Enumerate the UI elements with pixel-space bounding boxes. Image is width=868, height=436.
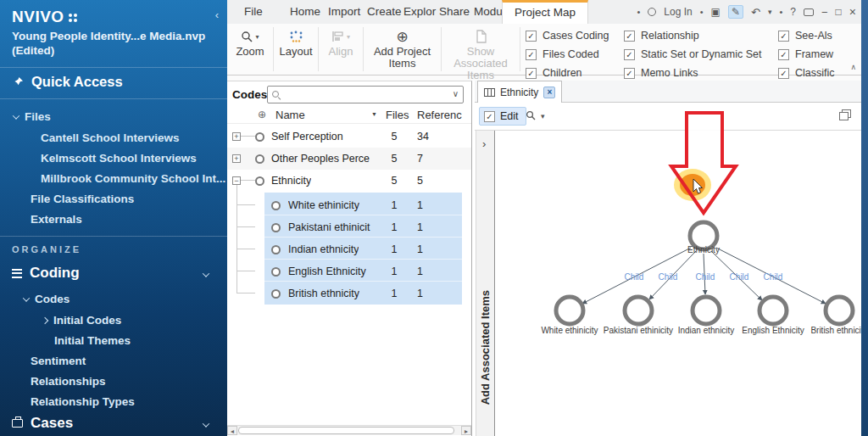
tab-share[interactable]: Share [439,0,470,24]
quick-access-header[interactable]: Quick Access [12,74,123,90]
edit-toggle-button[interactable]: ✓ Edit [479,107,526,126]
expand-icon[interactable]: + [232,132,241,141]
checkbox-icon[interactable]: ✓ [624,31,635,42]
sidebar-collapse-icon[interactable]: ‹ [215,8,219,21]
sidebar-section-cases[interactable]: Cases [12,415,73,432]
add-project-items-button[interactable]: ⊕ Add Project Items [364,27,441,73]
checkbox-children[interactable]: ✓Children [526,67,582,79]
checkbox-icon[interactable]: ✓ [526,68,537,79]
sidebar-section-coding[interactable]: Coding [12,265,80,282]
maximize-button[interactable]: □ [836,6,842,18]
checkbox-files-coded[interactable]: ✓Files Coded [526,48,599,60]
checkbox-relationship[interactable]: ✓Relationship [624,30,699,42]
checkbox-static-dynamic-set[interactable]: ✓Static Set or Dynamic Set [624,48,761,60]
checkbox-icon[interactable]: ✓ [778,49,789,60]
minimize-button[interactable]: − [821,6,828,19]
layout-button[interactable]: Layout [274,27,318,73]
undo-icon[interactable]: ↶ [751,6,760,19]
sidebar-item-initial-themes[interactable]: Initial Themes [54,334,131,347]
window-edge [861,0,868,436]
table-row-selected[interactable]: Indian ethnicity 1 1 [227,238,471,260]
tab-project-map-active[interactable]: Project Map [502,0,588,24]
code-circle-icon [271,223,281,232]
help-icon[interactable]: ? [790,6,796,18]
project-name-text: Young People Identity...e Media.nvp [12,29,207,43]
sidebar-item-relationships[interactable]: Relationships [31,375,106,388]
search-input[interactable]: ∨ [267,86,464,103]
checkbox-cases-coding[interactable]: ✓Cases Coding [526,30,609,42]
account-icon[interactable] [648,8,656,16]
dropdown-icon[interactable]: ▾ [541,112,545,120]
align-icon [331,31,345,42]
add-associated-items-strip[interactable]: › Add Associated Items [476,131,495,436]
sidebar-item-files[interactable]: Files [14,110,51,123]
close-button[interactable]: × [849,5,856,19]
tab-import[interactable]: Import [328,0,360,24]
sidebar-item-externals[interactable]: Externals [31,213,82,226]
table-row-selected[interactable]: White ethinicity 1 1 [227,194,471,216]
quick-toolbar-dropdown-icon[interactable]: ▾ [768,8,772,16]
scrollbar-thumb[interactable] [238,427,454,434]
tab-file[interactable]: File [244,0,263,24]
table-row-selected[interactable]: British ethnicity 1 1 [227,282,471,305]
checkbox-icon[interactable]: ✓ [624,68,635,79]
feedback-icon[interactable] [804,8,814,16]
table-row-selected[interactable]: English Ethnicity 1 1 [227,260,471,282]
sort-desc-icon[interactable]: ▼ [371,111,377,117]
checkbox-memo-links[interactable]: ✓Memo Links [624,67,698,79]
code-circle-icon [255,176,264,186]
sidebar-item-cantell[interactable]: Cantell School Interviews [41,131,180,144]
tab-close-icon[interactable]: × [543,87,555,98]
checkbox-icon[interactable]: ✓ [778,68,789,79]
map-canvas[interactable] [495,131,861,436]
organize-section-label: ORGANIZE [12,244,81,254]
tab-home[interactable]: Home [290,0,320,24]
table-row-ethnicity[interactable]: − Ethnicity 5 5 [227,170,471,192]
scroll-right-icon[interactable]: ▸ [461,426,471,435]
sidebar-item-millbrook[interactable]: Millbrook Community School Int... [41,172,225,185]
chevron-down-icon[interactable] [203,270,209,277]
sidebar-item-kelmscott[interactable]: Kelmscott School Interviews [41,152,197,165]
login-button[interactable]: Log In [664,6,692,18]
column-header-files[interactable]: Files [386,109,409,121]
sidebar-item-relationship-types[interactable]: Relationship Types [31,395,135,408]
checkbox-see-also[interactable]: ✓See-Als [778,30,832,42]
tab-explore[interactable]: Explor [403,0,436,24]
sidebar-item-codes[interactable]: Codes [24,293,70,305]
checkbox-icon[interactable]: ✓ [526,49,537,60]
dot-icon: • [779,7,782,17]
tab-create[interactable]: Create [367,0,402,24]
checkbox-icon[interactable]: ✓ [624,49,635,60]
edit-mode-icon[interactable]: ✎ [728,5,743,19]
ribbon-collapse-icon[interactable]: ∧ [850,63,856,71]
table-row[interactable]: + Self Perception 5 34 [227,126,471,148]
checkbox-icon[interactable]: ✓ [778,31,789,42]
tab-modules[interactable]: Modul [474,0,505,24]
checkbox-icon[interactable]: ✓ [484,111,495,122]
sidebar-item-initial-codes[interactable]: Initial Codes [42,314,121,327]
table-row-selected[interactable]: Pakistani ethinicit 1 1 [227,216,471,238]
expand-strip-icon[interactable]: › [482,137,486,150]
table-row[interactable]: + Other Peoples Perce 5 7 [227,148,471,170]
collapse-icon[interactable]: − [232,176,241,185]
chevron-down-icon[interactable] [203,420,209,427]
checkbox-classifications[interactable]: ✓Classific [778,67,835,79]
dot-icon: • [700,7,704,17]
scroll-left-icon[interactable]: ◂ [227,426,237,435]
column-header-references[interactable]: Referenc [417,109,462,121]
checkbox-icon[interactable]: ✓ [526,31,537,42]
sidebar-item-sentiment[interactable]: Sentiment [31,355,86,367]
checkbox-framework[interactable]: ✓Framew [778,48,833,60]
map-zoom-control[interactable]: ▾ [526,110,545,121]
undock-icon[interactable] [839,109,851,120]
zoom-button[interactable]: ▾ Zoom [227,27,273,73]
tab-ethnicity[interactable]: Ethnicity × [477,81,562,103]
horizontal-scrollbar[interactable]: ◂ ▸ [227,425,471,435]
sidebar-item-file-classifications[interactable]: File Classifications [31,193,134,205]
search-dropdown-icon[interactable]: ∨ [453,89,459,98]
code-circle-icon [255,132,264,142]
expand-icon[interactable]: + [232,154,241,163]
column-header-name[interactable]: Name [275,109,305,121]
chevron-down-icon [23,294,30,301]
save-icon[interactable]: ▣ [711,6,721,18]
